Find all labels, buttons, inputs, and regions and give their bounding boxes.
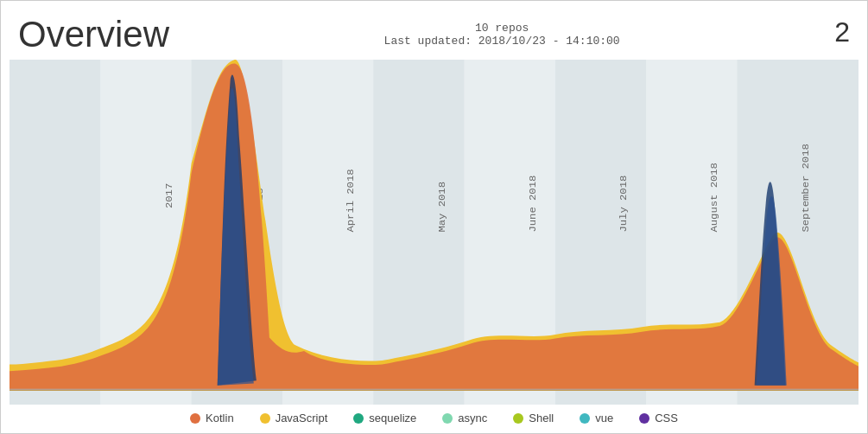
chart-legend: Kotlin JavaScript sequelize async Shell … xyxy=(1,405,867,433)
legend-label-vue: vue xyxy=(595,412,613,424)
chart-svg: 2017 Q1 2018 April 2018 May 2018 June 20… xyxy=(10,60,858,405)
svg-text:April 2018: April 2018 xyxy=(345,169,356,232)
legend-label-javascript: JavaScript xyxy=(276,412,328,424)
chart-area: 2017 Q1 2018 April 2018 May 2018 June 20… xyxy=(10,60,858,405)
css-dot xyxy=(639,413,649,424)
javascript-dot xyxy=(260,413,270,424)
svg-text:May 2018: May 2018 xyxy=(436,182,447,232)
legend-label-css: CSS xyxy=(655,412,678,424)
legend-item-sequelize: sequelize xyxy=(353,412,416,424)
header: Overview 10 repos Last updated: 2018/10/… xyxy=(1,1,867,60)
svg-text:July 2018: July 2018 xyxy=(618,176,629,233)
svg-rect-1 xyxy=(10,60,100,405)
legend-label-async: async xyxy=(458,412,487,424)
legend-item-css: CSS xyxy=(639,412,678,424)
legend-item-shell: Shell xyxy=(513,412,554,424)
legend-label-sequelize: sequelize xyxy=(369,412,416,424)
main-container: Overview 10 repos Last updated: 2018/10/… xyxy=(0,0,868,434)
legend-item-kotlin: Kotlin xyxy=(190,412,234,424)
svg-text:August 2018: August 2018 xyxy=(709,163,719,232)
legend-item-async: async xyxy=(442,412,487,424)
legend-item-javascript: JavaScript xyxy=(260,412,328,424)
svg-text:June 2018: June 2018 xyxy=(527,176,537,233)
legend-item-vue: vue xyxy=(580,412,613,424)
page-title: Overview xyxy=(18,16,169,53)
kotlin-dot xyxy=(190,413,200,424)
legend-label-kotlin: Kotlin xyxy=(206,412,234,424)
async-dot xyxy=(442,413,453,424)
meta-info: 10 repos Last updated: 2018/10/23 - 14:1… xyxy=(384,16,620,48)
vue-dot xyxy=(580,413,590,424)
svg-text:September 2018: September 2018 xyxy=(800,144,810,232)
shell-dot xyxy=(513,413,523,424)
sequelize-dot xyxy=(353,413,364,424)
legend-label-shell: Shell xyxy=(529,412,554,424)
page-number: 2 xyxy=(834,16,850,48)
svg-text:2017: 2017 xyxy=(163,183,174,208)
